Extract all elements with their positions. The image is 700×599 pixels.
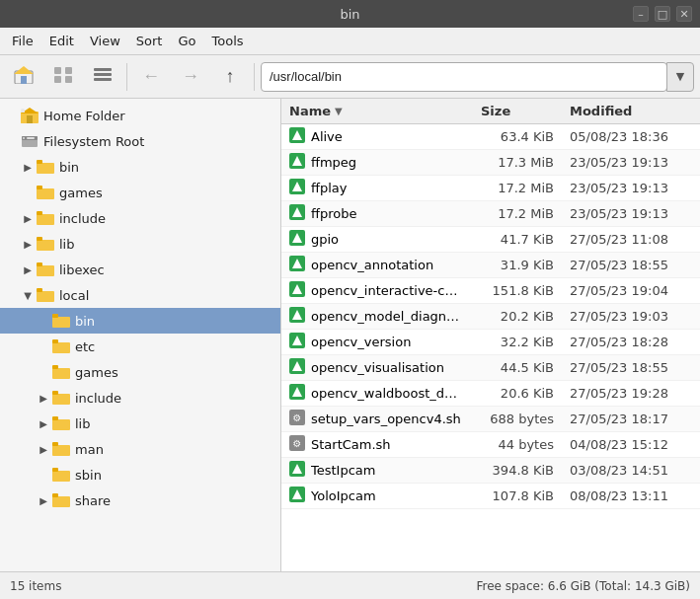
menubar-item-sort[interactable]: Sort [128,31,171,51]
file-row-12[interactable]: ⚙ StartCam.sh44 bytes04/08/23 15:12 [281,432,700,458]
file-modified-cell-0: 05/08/23 18:36 [562,129,700,144]
file-name-cell-7: opencv_model_diagnosti... [281,307,473,326]
tree-label-12: sbin [75,468,102,483]
file-row-14[interactable]: YoloIpcam107.8 KiB08/08/23 13:11 [281,484,700,509]
file-row-2[interactable]: ffplay17.2 MiB23/05/23 19:13 [281,176,700,201]
svg-rect-7 [94,68,112,71]
home-folder-label: Home Folder [43,109,125,123]
script-file-icon: ⚙ [289,410,305,428]
expand-arrow-10[interactable] [36,415,51,431]
tree-item-libexec-4[interactable]: libexec [0,257,280,282]
file-row-9[interactable]: opencv_visualisation44.5 KiB27/05/23 18:… [281,355,700,381]
tree-item-lib-10[interactable]: lib [0,411,280,436]
minimize-button[interactable]: – [633,6,649,22]
folder-icon-1 [36,183,55,202]
tree-item-local-5[interactable]: local [0,282,280,308]
file-name-cell-3: ffprobe [281,204,473,223]
main-content: Home Folder Filesystem Root bin [0,99,700,571]
file-row-3[interactable]: ffprobe17.2 MiB23/05/23 19:13 [281,201,700,227]
folder-icon-9 [51,388,71,408]
column-size-header[interactable]: Size [473,104,562,118]
expand-arrow-9[interactable] [36,390,51,406]
file-size-cell-9: 44.5 KiB [473,360,562,375]
file-name-text-12: StartCam.sh [311,437,391,452]
icon-view-button[interactable] [45,59,81,95]
menubar-item-view[interactable]: View [82,31,128,51]
file-size-cell-2: 17.2 MiB [473,181,562,195]
tree-item-games-8[interactable]: games [0,359,280,385]
sidebar-filesystem-root[interactable]: Filesystem Root [0,128,280,154]
menubar-item-edit[interactable]: Edit [41,31,82,51]
tree-item-lib-3[interactable]: lib [0,231,280,257]
column-name-header[interactable]: Name ▼ [281,104,473,118]
svg-rect-19 [27,137,35,139]
file-row-4[interactable]: gpio41.7 KiB27/05/23 11:08 [281,227,700,253]
expand-arrow-6 [36,313,51,329]
tree-item-man-11[interactable]: man [0,436,280,462]
tree-item-sbin-12[interactable]: sbin [0,462,280,487]
filelist-header: Name ▼ Size Modified [281,99,700,124]
svg-rect-8 [94,73,112,76]
up-icon: ↑ [226,66,235,87]
file-modified-cell-14: 08/08/23 13:11 [562,488,700,503]
tree-item-include-9[interactable]: include [0,385,280,411]
svg-rect-3 [54,67,61,74]
svg-rect-15 [21,112,25,112]
file-row-13[interactable]: TestIpcam394.8 KiB03/08/23 14:51 [281,458,700,484]
tree-item-bin-6[interactable]: bin [0,308,280,334]
file-row-1[interactable]: ffmpeg17.3 MiB23/05/23 19:13 [281,150,700,176]
exec-file-icon [289,127,305,146]
file-name-cell-12: ⚙ StartCam.sh [281,435,473,454]
back-button[interactable]: ← [133,59,169,95]
expand-arrow-5[interactable] [20,287,36,303]
tree-item-etc-7[interactable]: etc [0,334,280,359]
file-row-0[interactable]: Alive63.4 KiB05/08/23 18:36 [281,124,700,150]
exec-file-icon [289,256,305,274]
file-size-cell-12: 44 bytes [473,437,562,452]
menubar-item-tools[interactable]: Tools [204,31,252,51]
tree-label-3: lib [59,237,74,252]
file-modified-cell-3: 23/05/23 19:13 [562,206,700,221]
maximize-button[interactable]: □ [655,6,670,22]
sidebar-home-folder[interactable]: Home Folder [0,103,280,128]
file-row-11[interactable]: ⚙ setup_vars_opencv4.sh688 bytes27/05/23… [281,407,700,432]
expand-arrow-13[interactable] [36,492,51,508]
menubar-item-file[interactable]: File [4,31,41,51]
menubar-item-go[interactable]: Go [170,31,203,51]
tree-item-include-2[interactable]: include [0,205,280,231]
file-size-cell-7: 20.2 KiB [473,309,562,324]
home-folder-icon [20,106,39,125]
column-modified-header[interactable]: Modified [562,104,700,118]
expand-arrow-11[interactable] [36,441,51,457]
file-name-text-13: TestIpcam [311,463,375,478]
file-modified-cell-4: 27/05/23 11:08 [562,232,700,247]
address-dropdown-button[interactable]: ▼ [666,62,694,92]
list-view-button[interactable] [85,59,120,95]
file-name-text-0: Alive [311,129,343,144]
file-row-5[interactable]: opencv_annotation31.9 KiB27/05/23 18:55 [281,253,700,278]
expand-arrow-4[interactable] [20,262,36,277]
file-row-8[interactable]: opencv_version32.2 KiB27/05/23 18:28 [281,330,700,355]
expand-arrow-0[interactable] [20,159,36,175]
expand-arrow-2[interactable] [20,210,36,226]
file-name-text-1: ffmpeg [311,155,356,170]
file-row-10[interactable]: opencv_waldboost_detec...20.6 KiB27/05/2… [281,381,700,407]
tree-item-share-13[interactable]: share [0,487,280,513]
home-button[interactable] [6,59,41,95]
file-size-cell-8: 32.2 KiB [473,335,562,349]
folder-icon-7 [51,337,71,356]
address-bar[interactable] [261,62,667,92]
expand-arrow-3[interactable] [20,236,36,252]
close-button[interactable]: ✕ [676,6,692,22]
tree-item-bin-0[interactable]: bin [0,154,280,180]
file-size-cell-14: 107.8 KiB [473,488,562,503]
file-modified-cell-6: 27/05/23 19:04 [562,283,700,298]
titlebar: bin – □ ✕ [0,0,700,28]
forward-button[interactable]: → [173,59,208,95]
file-row-6[interactable]: opencv_interactive-calibr...151.8 KiB27/… [281,278,700,304]
tree-item-games-1[interactable]: games [0,180,280,205]
toolbar-separator-1 [126,63,127,91]
exec-file-icon [289,461,305,480]
up-button[interactable]: ↑ [212,59,248,95]
file-row-7[interactable]: opencv_model_diagnosti...20.2 KiB27/05/2… [281,304,700,330]
